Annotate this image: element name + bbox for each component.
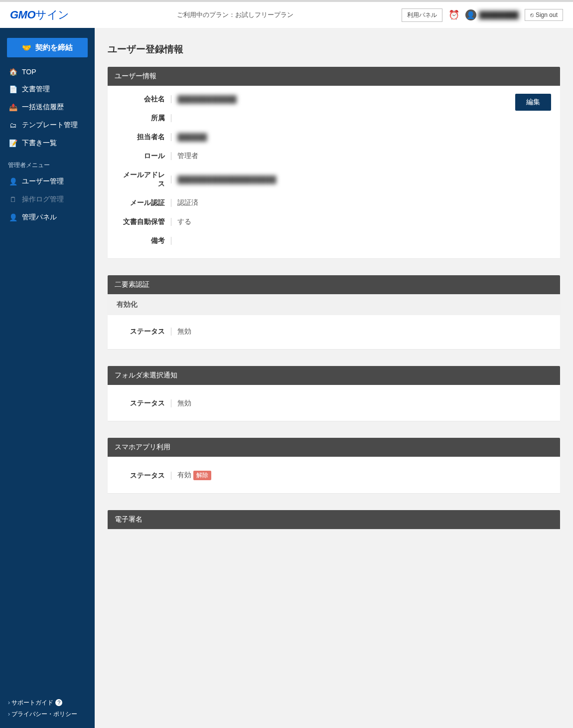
plan-text: ご利用中のプラン：お試しフリープラン [75,10,396,19]
folder-notify-status-row: ステータス 無効 [118,399,550,408]
account-name: ████████ [479,11,519,19]
edit-button[interactable]: 編集 [515,94,551,111]
sidebar-admin-label: 管理者メニュー [0,152,95,173]
user-info-header: ユーザー情報 [108,67,560,86]
account-menu[interactable]: 👤 ████████ [465,9,519,20]
twofa-status-row: ステータス 無効 [118,327,550,336]
row-role: ロール 管理者 [118,152,550,161]
folder-notify-header: フォルダ未選択通知 [108,366,560,385]
sidebar-item-documents[interactable]: 📄 文書管理 [0,80,95,98]
row-company: 会社名 ████████████ [118,95,550,104]
main-content: ユーザー登録情報 ユーザー情報 編集 会社名 ████████████ 所属 担… [95,28,573,728]
row-email-verified: メール認証 認証済 [118,198,550,207]
alarm-icon[interactable]: ⏰ [448,9,459,20]
sidebar-item-admin-panel[interactable]: 👤 管理パネル [0,208,95,226]
row-email: メールアドレス ████████████████████ [118,171,550,188]
user-icon: 👤 [9,178,17,185]
sidebar-item-bulk-send[interactable]: 📤 一括送信履歴 [0,98,95,116]
signout-icon: ⎋ [530,11,534,18]
sidebar-footer: サポートガイド? プライバシー・ポリシー [0,692,95,728]
document-icon: 📄 [9,85,17,93]
log-icon: 🗒 [9,195,17,203]
sidebar-item-templates[interactable]: 🗂 テンプレート管理 [0,116,95,134]
app-use-header: スマホアプリ利用 [108,438,560,457]
esign-card: 電子署名 [108,510,560,529]
row-auto-archive: 文書自動保管 する [118,217,550,226]
sidebar: 🤝 契約を締結 🏠 TOP 📄 文書管理 📤 一括送信履歴 🗂 テンプレート管理… [0,28,95,728]
sidebar-item-top[interactable]: 🏠 TOP [0,63,95,80]
app-header: GMOサイン ご利用中のプラン：お試しフリープラン 利用パネル ⏰ 👤 ████… [0,0,573,28]
support-guide-link[interactable]: サポートガイド? [8,697,87,709]
handshake-icon: 🤝 [22,43,31,52]
sidebar-item-label: ユーザー管理 [22,177,64,186]
draft-icon: 📝 [9,139,17,147]
sidebar-item-user-mgmt[interactable]: 👤 ユーザー管理 [0,173,95,190]
sidebar-item-label: 下書き一覧 [22,139,57,148]
avatar-icon: 👤 [465,9,476,20]
template-icon: 🗂 [9,121,17,129]
sidebar-item-label: 操作ログ管理 [22,195,64,204]
contract-button[interactable]: 🤝 契約を締結 [7,38,88,57]
usage-panel-button[interactable]: 利用パネル [402,8,442,22]
help-icon: ? [55,699,62,706]
sidebar-item-label: 管理パネル [22,213,57,222]
app-logo: GMOサイン [10,7,69,22]
sidebar-item-drafts[interactable]: 📝 下書き一覧 [0,134,95,152]
sidebar-item-label: テンプレート管理 [22,121,78,130]
esign-header: 電子署名 [108,510,560,529]
sidebar-item-label: 一括送信履歴 [22,103,64,112]
app-use-card: スマホアプリ利用 ステータス 有効解除 [108,438,560,493]
home-icon: 🏠 [9,68,17,76]
folder-notify-card: フォルダ未選択通知 ステータス 無効 [108,366,560,421]
revoke-tag[interactable]: 解除 [193,471,211,480]
sidebar-item-label: 文書管理 [22,85,50,94]
twofa-header: 二要素認証 [108,275,560,294]
app-use-status-row: ステータス 有効解除 [118,471,550,480]
sidebar-item-label: TOP [22,68,36,76]
row-note: 備考 [118,236,550,245]
signout-button[interactable]: ⎋ Sign out [525,9,563,21]
twofa-subheader: 有効化 [108,294,560,315]
row-person: 担当者名 ██████ [118,133,550,142]
page-title: ユーザー登録情報 [108,43,560,56]
row-dept: 所属 [118,114,550,123]
sidebar-item-op-log[interactable]: 🗒 操作ログ管理 [0,190,95,208]
twofa-card: 二要素認証 有効化 ステータス 無効 [108,275,560,349]
privacy-policy-link[interactable]: プライバシー・ポリシー [8,709,87,720]
user-info-card: ユーザー情報 編集 会社名 ████████████ 所属 担当者名 █████… [108,67,560,258]
panel-icon: 👤 [9,213,17,221]
send-icon: 📤 [9,103,17,111]
